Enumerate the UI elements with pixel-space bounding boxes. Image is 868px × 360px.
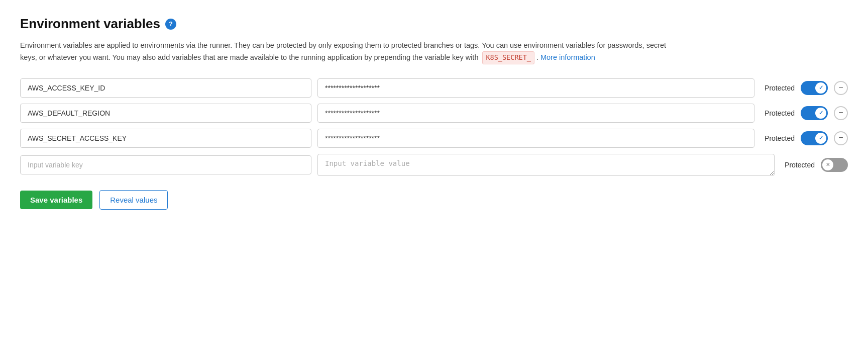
help-icon[interactable]: ? bbox=[165, 19, 176, 30]
variables-list: Protected✓−Protected✓−Protected✓−Protect… bbox=[20, 78, 848, 176]
remove-variable-button[interactable]: − bbox=[834, 81, 848, 95]
protected-toggle[interactable]: ✓ bbox=[801, 81, 828, 95]
new-protected-label: Protected bbox=[785, 161, 815, 169]
protected-toggle[interactable]: ✕ bbox=[821, 158, 848, 172]
more-info-link[interactable]: More information bbox=[540, 53, 595, 61]
k8s-badge: K8S_SECRET_ bbox=[482, 51, 534, 64]
protected-label: Protected bbox=[765, 84, 795, 92]
protected-toggle[interactable]: ✓ bbox=[801, 106, 828, 120]
variable-row: Protected✓− bbox=[20, 78, 848, 98]
protected-label: Protected bbox=[765, 134, 795, 142]
variable-key-input[interactable] bbox=[20, 129, 311, 148]
variable-row: Protected✓− bbox=[20, 129, 848, 148]
save-variables-button[interactable]: Save variables bbox=[20, 191, 92, 209]
variable-key-input[interactable] bbox=[20, 104, 311, 123]
variable-value-input[interactable] bbox=[317, 129, 754, 148]
variable-key-input[interactable] bbox=[20, 78, 311, 98]
variable-value-input[interactable] bbox=[317, 104, 754, 123]
protected-toggle[interactable]: ✓ bbox=[801, 131, 828, 145]
page-title: Environment variables bbox=[20, 16, 160, 32]
description-text: Environment variables are applied to env… bbox=[20, 40, 673, 64]
new-variable-row: Protected✕ bbox=[20, 154, 848, 176]
reveal-values-button[interactable]: Reveal values bbox=[99, 190, 168, 210]
remove-variable-button[interactable]: − bbox=[834, 106, 848, 120]
protected-label: Protected bbox=[765, 109, 795, 117]
actions-row: Save variables Reveal values bbox=[20, 190, 848, 210]
page-header: Environment variables ? bbox=[20, 16, 848, 32]
variable-row: Protected✓− bbox=[20, 104, 848, 123]
new-variable-key-input[interactable] bbox=[20, 155, 311, 174]
new-variable-value-input[interactable] bbox=[317, 154, 775, 176]
variable-value-input[interactable] bbox=[317, 78, 754, 98]
remove-variable-button[interactable]: − bbox=[834, 131, 848, 145]
